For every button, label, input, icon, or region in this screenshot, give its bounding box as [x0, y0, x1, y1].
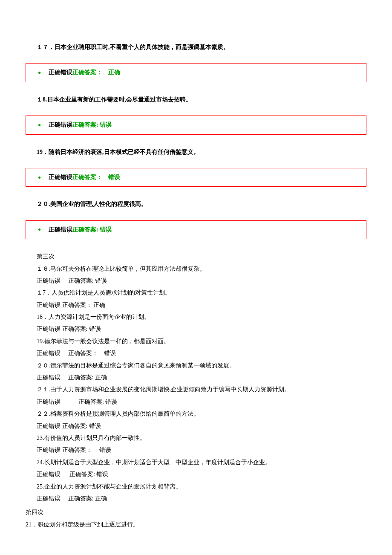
answer-value-20: 错误 — [100, 226, 112, 233]
choices-19: 正确错误 — [49, 174, 72, 180]
section-4-heading: 第四次 — [26, 508, 366, 517]
section-3-line: ２２.档案资料分析是预测管理人员内部供给的最简单的方法。 — [37, 409, 366, 419]
answer-value-19: 错误 — [108, 174, 120, 180]
section-3-line: ２０.德尔菲法的目标是通过综合专家们各自的意见来预测某一领域的发展。 — [37, 361, 366, 370]
answer-box-18: ● 正确错误正确答案: 错误 — [26, 116, 366, 134]
document-page: １７．日本企业聘用职工时,不看重个人的具体技能，而是强调基本素质。 ● 正确错误… — [0, 0, 392, 555]
section-3-line: 24.长期计划适合于大型企业，中期计划适合于大型、中型企业，年度计划适合于小企业… — [37, 458, 366, 467]
question-20: ２０.美国企业的管理,人性化的程度很高。 — [37, 199, 366, 209]
bullet-icon: ● — [38, 121, 41, 129]
section-4-line: 21．职位划分和定级是由下到上逐层进行。 — [26, 520, 366, 529]
bullet-icon: ● — [38, 225, 41, 234]
section-3-line: １６.马尔可夫分析在理论上比较简单，但其应用方法却很复杂。 — [37, 264, 366, 274]
bullet-icon: ● — [38, 69, 41, 77]
question-18: １8.日本企业里有新的工作需要时,会尽量通过市场去招聘。 — [37, 95, 366, 104]
section-3-line: 19.德尔菲法与一般会议法是一样的，都是面对面。 — [37, 337, 366, 346]
section-3-line: 正确错误 正确答案: 错误 — [37, 276, 366, 286]
answer-box-19: ● 正确错误正确答案： 错误 — [26, 168, 366, 187]
section-3-line: 正确错误 正确答案: 正确 — [37, 373, 366, 382]
answer-label-19: 正确答案： — [72, 174, 102, 180]
section-3-line: 正确错误 正确答案: 错误 — [37, 470, 366, 479]
section-3-line: 25.企业的人力资源计划不能与企业的发展计划相背离。 — [37, 482, 366, 491]
choices-18: 正确错误 — [49, 121, 72, 128]
section-3-line: 正确错误 正确答案: 正确 — [37, 494, 366, 503]
section-3-line: 23.有价值的人员计划只具有内部一致性。 — [37, 434, 366, 443]
section-3-line: 正确错误 正确答案： 错误 — [37, 349, 366, 358]
section-3-line: 正确错误 正确答案: 错误 — [37, 324, 366, 334]
section-3-line: 正确错误 正确答案： 错误 — [37, 445, 366, 455]
choices-17: 正确错误 — [49, 69, 72, 75]
section-3-line: １7．人员供给计划是人员需求计划的对策性计划。 — [37, 288, 366, 298]
choices-20: 正确错误 — [49, 226, 72, 233]
section-3-line: 正确错误 正确答案： 正确 — [37, 301, 366, 310]
answer-label-17: 正确答案： — [72, 69, 102, 75]
answer-label-20: 正确答案: — [72, 226, 98, 233]
answer-value-18: 错误 — [100, 121, 112, 128]
question-17: １７．日本企业聘用职工时,不看重个人的具体技能，而是强调基本素质。 — [37, 43, 366, 52]
section-3-line: 正确错误 正确答案: 错误 — [37, 397, 366, 407]
question-19: 19．随着日本经济的衰落,日本模式已经不具有任何借鉴意义。 — [37, 147, 366, 157]
section-3-heading: 第三次 — [37, 252, 366, 261]
section-3-line: 正确错误 正确答案: 错误 — [37, 422, 366, 431]
section-3-line: 18．人力资源计划是一份面向企业的计划。 — [37, 312, 366, 322]
answer-label-18: 正确答案: — [72, 121, 98, 128]
answer-value-17: 正确 — [108, 69, 120, 75]
section-3-line: ２１.由于人力资源市场和企业发展的变化周期增快,企业更倾向致力于编写中长期人力资… — [37, 385, 366, 394]
bullet-icon: ● — [38, 173, 41, 182]
answer-box-20: ● 正确错误正确答案: 错误 — [26, 220, 366, 239]
answer-box-17: ● 正确错误正确答案： 正确 — [26, 63, 366, 82]
